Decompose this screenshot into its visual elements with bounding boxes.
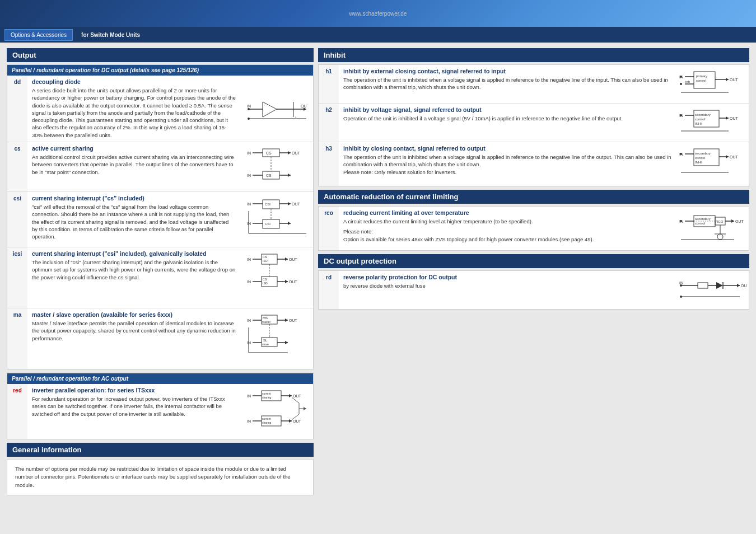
title-rd: reverse polarity protection for DC outpu… xyxy=(343,274,671,280)
svg-text:sharing: sharing xyxy=(262,396,272,399)
svg-point-161 xyxy=(680,284,682,287)
svg-point-11 xyxy=(248,108,250,110)
svg-text:control: control xyxy=(695,156,705,160)
text-h1: The operation of the unit is inhibited w… xyxy=(343,76,671,91)
svg-text:•: • xyxy=(295,115,296,119)
table-row: cs active current sharing An additional … xyxy=(7,142,313,192)
diagram-cs: IN CS OUT IN CS xyxy=(240,142,313,191)
svg-text:secondary: secondary xyxy=(695,217,711,221)
code-icsi: icsi xyxy=(7,247,27,308)
table-row: rd reverse polarity protection for DC ou… xyxy=(319,271,749,309)
code-dd: dd xyxy=(7,76,27,142)
title-csi: current sharing interrupt ("cs" included… xyxy=(32,195,236,202)
svg-text:IN: IN xyxy=(247,318,251,322)
output-section-header: Output xyxy=(7,48,314,62)
svg-text:IN: IN xyxy=(247,419,251,423)
svg-marker-109 xyxy=(726,78,729,81)
diagram-icsi: IN CSI ISO OUT IN CSI ISO xyxy=(240,247,313,308)
svg-text:OUT: OUT xyxy=(730,116,739,120)
svg-line-4 xyxy=(263,109,277,117)
cs-circuit-diagram: IN CS OUT IN CS xyxy=(246,144,307,189)
text-rd: by reverse diode with external fuse xyxy=(343,282,671,289)
general-info-header: General information xyxy=(7,443,314,457)
svg-text:sharing: sharing xyxy=(262,421,272,424)
svg-text:OUT: OUT xyxy=(730,155,739,159)
svg-point-150 xyxy=(680,220,682,222)
diagram-h2: IN secondary control INHI OUT xyxy=(676,104,749,142)
svg-text:inh: inh xyxy=(685,80,690,83)
table-row: csi current sharing interrupt ("cs" incl… xyxy=(7,192,313,247)
diagram-dd: IN OUT • xyxy=(240,76,313,142)
h3-circuit-diagram: IN secondary control INHI OUT xyxy=(678,144,746,184)
text-rco: A circuit reduces the current limiting l… xyxy=(343,218,671,225)
title-red: inverter parallel operation: for series … xyxy=(32,387,236,394)
diagram-ma: IN MS master OUT IN SL sl xyxy=(240,308,313,369)
text-dd: A series diode built into the units outp… xyxy=(32,87,236,139)
text-cs: An additional control circuit provides a… xyxy=(32,153,236,176)
title-icsi: current sharing interrupt ("csi" include… xyxy=(32,250,236,257)
svg-text:IN: IN xyxy=(247,104,251,108)
svg-text:ISO: ISO xyxy=(263,259,268,263)
svg-text:OUT: OUT xyxy=(301,104,307,108)
text-h3: The operation of the unit is inhibited w… xyxy=(343,153,671,176)
svg-line-87 xyxy=(292,397,299,403)
code-h3: h3 xyxy=(319,142,339,186)
svg-point-12 xyxy=(248,118,250,120)
dd-circuit-diagram: IN OUT • xyxy=(246,93,307,124)
svg-text:OUT: OUT xyxy=(293,419,302,423)
svg-text:OUT: OUT xyxy=(292,202,301,206)
svg-point-111 xyxy=(680,76,682,78)
svg-text:OUT: OUT xyxy=(292,151,301,155)
table-row: rco reducing current limiting at over te… xyxy=(319,207,749,250)
svg-text:OUT: OUT xyxy=(289,280,298,284)
svg-text:CSI: CSI xyxy=(263,278,267,281)
svg-text:INHI: INHI xyxy=(695,161,702,164)
svg-text:CS: CS xyxy=(266,174,272,177)
diagram-rd: IN OUT xyxy=(676,271,749,309)
dc-protection-panel: rd reverse polarity protection for DC ou… xyxy=(318,270,749,310)
code-rco: rco xyxy=(319,207,339,250)
rco-circuit-diagram: IN secondary control RCO OUT xyxy=(678,209,746,248)
svg-marker-121 xyxy=(726,116,729,120)
diagram-rco: IN secondary control RCO OUT xyxy=(676,207,749,250)
code-ma: ma xyxy=(7,308,27,369)
svg-text:IN: IN xyxy=(247,257,251,261)
title-dd: decoupling diode xyxy=(32,78,236,85)
diagram-csi: IN CSI OUT IN CSI xyxy=(240,192,313,247)
svg-text:SL: SL xyxy=(263,339,268,342)
svg-text:IN: IN xyxy=(247,151,251,155)
diagram-h1: IN inh primary control OUT xyxy=(676,65,749,103)
svg-text:IN: IN xyxy=(247,280,251,284)
svg-point-112 xyxy=(680,83,682,85)
text-ma: Master / Slave interface permits the par… xyxy=(32,320,236,342)
svg-text:secondary: secondary xyxy=(695,152,711,155)
svg-text:IN: IN xyxy=(247,202,251,206)
text-icsi: The inclusion of "csi" (current sharing … xyxy=(32,259,236,281)
parallel-ac-header: Parallel / redundant operation for AC ou… xyxy=(7,373,313,384)
nav-switch-mode[interactable]: for Switch Mode Units xyxy=(75,29,146,41)
svg-marker-58 xyxy=(285,280,288,283)
svg-marker-40 xyxy=(288,222,291,225)
svg-text:OUT: OUT xyxy=(289,318,298,322)
code-h2: h2 xyxy=(319,104,339,142)
icsi-circuit-diagram: IN CSI ISO OUT IN CSI ISO xyxy=(246,250,307,306)
svg-marker-85 xyxy=(289,394,292,397)
title-cs: active current sharing xyxy=(32,145,236,152)
svg-marker-67 xyxy=(285,318,288,322)
svg-line-3 xyxy=(263,102,277,109)
table-row: dd decoupling diode A series diode built… xyxy=(7,76,313,142)
svg-text:OUT: OUT xyxy=(289,257,298,261)
svg-text:secondary: secondary xyxy=(695,113,711,116)
svg-rect-153 xyxy=(698,283,708,288)
code-csi: csi xyxy=(7,192,27,247)
diagram-h3: IN secondary control INHI OUT xyxy=(676,142,749,186)
svg-point-162 xyxy=(680,296,682,298)
svg-text:OUT: OUT xyxy=(730,78,739,82)
nav-options[interactable]: Options & Accessories xyxy=(4,29,73,41)
svg-text:RCO: RCO xyxy=(716,220,724,223)
text-red: For redundant operation or for increased… xyxy=(32,395,236,418)
note-rco: Please note: Option is avalaible for ser… xyxy=(343,228,671,243)
parallel-ac-panel: Parallel / redundant operation for AC ou… xyxy=(7,373,314,439)
title-h2: inhibit by voltage signal, signal referr… xyxy=(343,106,671,113)
svg-text:IN: IN xyxy=(247,174,251,177)
